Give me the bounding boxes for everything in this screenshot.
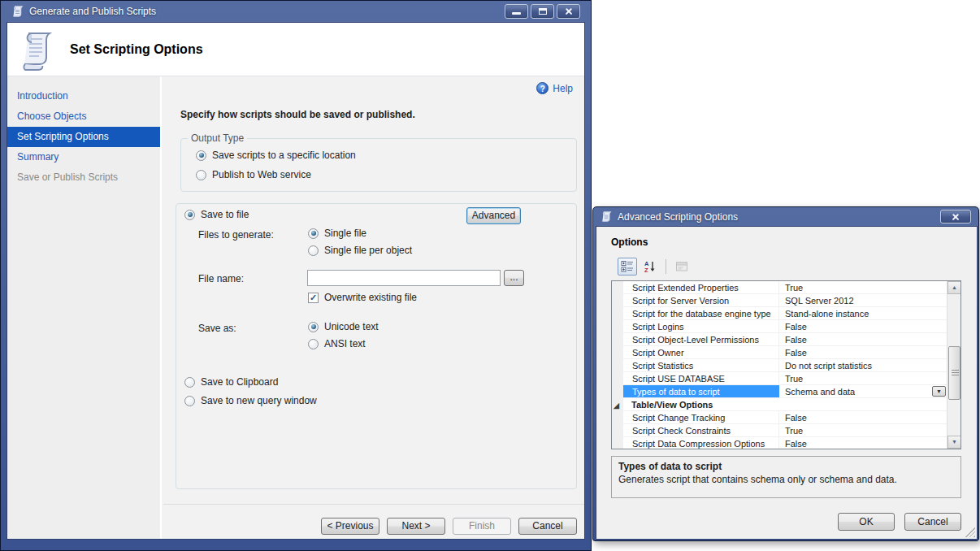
dialog-titlebar[interactable]: Advanced Scripting Options [596,207,976,226]
dialog-close-button[interactable] [940,210,971,223]
overwrite-existing-file-checkbox[interactable]: ✓ Overwrite existing file [308,292,417,303]
ok-button[interactable]: OK [838,513,895,531]
radio-selected-icon [184,210,195,220]
radio-icon [184,377,195,388]
next-button[interactable]: Next > [387,518,445,535]
minimize-button[interactable] [505,4,528,19]
property-row[interactable]: Script Data Compression Options False [612,437,947,449]
output-type-group: Output Type Save scripts to a specific l… [180,138,577,192]
sidebar-item-choose-objects[interactable]: Choose Objects [7,106,160,127]
property-grid: Script Extended Properties True Script f… [611,280,961,449]
scrollbar-thumb[interactable] [948,346,960,400]
radio-save-to-clipboard[interactable]: Save to Clipboard [184,376,278,388]
sidebar-item-summary[interactable]: Summary [7,147,160,167]
categorized-icon [621,260,634,273]
checkbox-label: Overwrite existing file [324,292,417,303]
maximize-icon [539,8,547,15]
dialog-title: Advanced Scripting Options [618,211,738,223]
checkbox-checked-icon: ✓ [308,293,319,303]
property-row[interactable]: Script Owner False [612,346,947,359]
minimize-icon [512,12,521,15]
collapse-icon[interactable]: ◢ [614,399,619,412]
wizard-footer: < Previous Next > Finish Cancel [163,504,584,540]
generate-publish-scripts-window: Generate and Publish Scripts Set Scripti… [0,0,592,551]
files-to-generate-label: Files to generate: [198,229,274,241]
help-link[interactable]: ? Help [536,82,573,94]
wizard-body: Set Scripting Options Introduction Choos… [7,22,585,540]
close-icon [951,212,960,222]
property-pages-icon [675,260,688,273]
property-row[interactable]: Script Logins False [612,320,947,333]
resize-grip[interactable] [965,527,975,537]
scroll-icon [601,210,613,223]
description-title: Types of data to script [618,461,954,472]
scroll-icon-large [19,28,58,71]
radio-label: Save to new query window [201,395,317,406]
radio-save-to-file[interactable]: Save to file [184,209,249,220]
property-row[interactable]: Script Change Tracking False [612,411,947,424]
close-button[interactable] [557,4,580,19]
sidebar-item-set-scripting-options[interactable]: Set Scripting Options [7,127,160,147]
radio-label: Save scripts to a specific location [212,150,356,161]
radio-ansi-text[interactable]: ANSI text [308,338,366,349]
categorized-view-button[interactable] [618,258,637,276]
scroll-up-icon[interactable]: ▲ [947,281,961,294]
category-row[interactable]: ◢ Table/View Options [612,398,947,411]
property-grid-toolbar: A Z [618,258,692,276]
property-row[interactable]: Script Object-Level Permissions False [612,333,947,346]
value-dropdown-button[interactable]: ▼ [932,386,946,397]
dialog-buttons: OK Cancel [838,513,961,531]
output-type-group-label: Output Type [188,132,247,144]
wizard-sidebar: Introduction Choose Objects Set Scriptin… [7,76,162,539]
close-icon [564,7,574,16]
browse-button[interactable]: ... [504,270,524,286]
radio-publish-web-service[interactable]: Publish to Web service [196,169,311,180]
property-row[interactable]: Script Extended Properties True [612,281,947,294]
svg-text:Z: Z [644,267,648,273]
radio-save-to-new-query-window[interactable]: Save to new query window [184,395,317,406]
radio-save-scripts-location[interactable]: Save scripts to a specific location [196,150,356,161]
property-pages-button [672,258,692,276]
radio-single-file-per-object[interactable]: Single file per object [308,245,412,256]
file-name-label: File name: [198,273,244,284]
options-label: Options [611,236,648,248]
radio-label: Single file [324,228,366,239]
radio-icon [308,339,319,349]
property-row[interactable]: Script USE DATABASE True [612,372,947,385]
wizard-nav-buttons: < Previous Next > Finish Cancel [321,518,577,535]
radio-label: Save to file [201,209,249,220]
save-options-group: Save to file Advanced Files to generate:… [176,203,577,489]
scroll-down-icon[interactable]: ▼ [947,436,961,449]
wizard-content: ? Help Specify how scripts should be sav… [163,76,584,539]
radio-selected-icon [196,150,206,161]
radio-unicode-text[interactable]: Unicode text [308,321,379,332]
file-name-input[interactable] [307,270,501,286]
alphabetical-sort-icon: A Z [644,260,657,273]
radio-icon [196,170,206,180]
property-row-selected[interactable]: Types of data to script Schema and data … [612,385,947,398]
finish-button: Finish [453,518,511,535]
property-row[interactable]: Script Statistics Do not script statisti… [612,359,947,372]
previous-button[interactable]: < Previous [321,518,379,535]
property-description-panel: Types of data to script Generates script… [611,456,961,498]
content-heading: Specify how scripts should be saved or p… [180,109,415,120]
property-row[interactable]: Script Check Constraints True [612,424,947,437]
radio-label: Single file per object [324,245,412,256]
wizard-header: Set Scripting Options [7,23,585,76]
advanced-button[interactable]: Advanced [466,207,521,224]
main-window-titlebar[interactable]: Generate and Publish Scripts [7,1,585,22]
help-icon: ? [536,82,549,94]
radio-icon [308,245,319,256]
alphabetical-sort-button[interactable]: A Z [640,258,660,276]
dialog-cancel-button[interactable]: Cancel [904,513,961,531]
radio-single-file[interactable]: Single file [308,228,366,239]
maximize-button[interactable] [531,4,554,19]
cancel-button[interactable]: Cancel [518,518,577,535]
grid-scrollbar[interactable]: ▲ ▼ [947,281,960,449]
property-row[interactable]: Script for Server Version SQL Server 201… [612,294,947,307]
radio-label: ANSI text [324,338,366,349]
sidebar-item-introduction[interactable]: Introduction [7,86,160,106]
page-title: Set Scripting Options [70,42,203,57]
radio-label: Unicode text [324,321,379,332]
property-row[interactable]: Script for the database engine type Stan… [612,307,947,320]
